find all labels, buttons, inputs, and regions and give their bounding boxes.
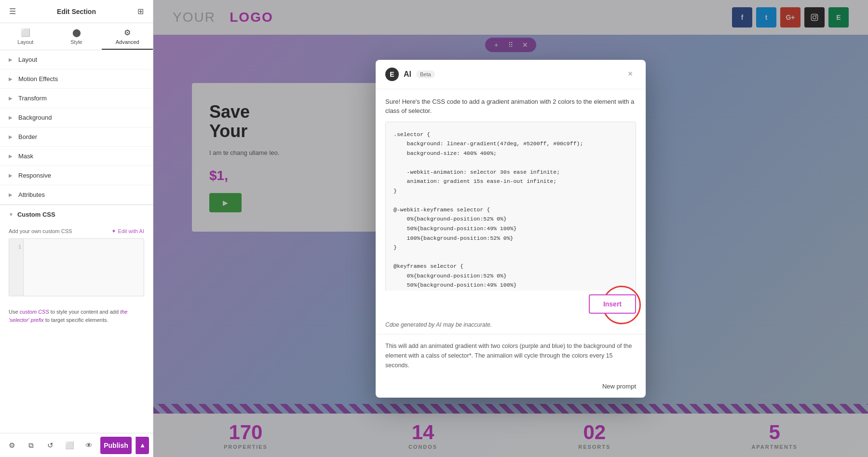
code-block: .selector { background: linear-gradient(… bbox=[385, 122, 636, 291]
bottom-note-start: Use bbox=[9, 309, 20, 315]
menu-item-attributes-label: Attributes bbox=[18, 191, 45, 198]
edit-with-ai-button[interactable]: ✦ Edit with AI bbox=[111, 228, 144, 235]
menu-item-attributes[interactable]: ▶ Attributes bbox=[0, 185, 153, 205]
menu-item-layout-label: Layout bbox=[18, 56, 37, 63]
arrow-icon-4: ▶ bbox=[9, 115, 13, 120]
menu-item-responsive[interactable]: ▶ Responsive bbox=[0, 166, 153, 185]
arrow-icon-9: ▼ bbox=[9, 212, 14, 217]
add-icon-btn[interactable]: ⬜ bbox=[62, 438, 77, 453]
history-icon-btn[interactable]: ↺ bbox=[42, 438, 58, 453]
tab-advanced-label: Advanced bbox=[116, 39, 139, 45]
modal-logo-letter: E bbox=[390, 70, 394, 78]
menu-item-transform-label: Transform bbox=[18, 95, 47, 102]
modal-close-button[interactable]: × bbox=[624, 69, 636, 80]
insert-button[interactable]: Insert bbox=[589, 294, 636, 314]
new-prompt-button[interactable]: New prompt bbox=[602, 383, 636, 390]
settings-icon-btn[interactable]: ⚙ bbox=[4, 438, 19, 453]
menu-item-motion-label: Motion Effects bbox=[18, 75, 58, 83]
custom-css-body: Add your own custom CSS ✦ Edit with AI 1 bbox=[0, 224, 153, 302]
left-panel: ☰ Edit Section ⊞ ⬜ Layout ⬤ Style ⚙ Adva… bbox=[0, 0, 153, 457]
custom-css-section: ▼ Custom CSS Add your own custom CSS ✦ E… bbox=[0, 205, 153, 330]
line-number-1: 1 bbox=[11, 243, 21, 251]
arrow-icon-8: ▶ bbox=[9, 192, 13, 197]
arrow-icon-7: ▶ bbox=[9, 173, 13, 178]
modal-header: E AI Beta × bbox=[376, 60, 646, 89]
tab-layout-label: Layout bbox=[17, 39, 33, 45]
arrow-icon-5: ▶ bbox=[9, 134, 13, 139]
css-editor: 1 bbox=[9, 238, 144, 296]
publish-button[interactable]: Publish bbox=[100, 437, 132, 454]
modal-description-text: This will add an animated gradient with … bbox=[376, 334, 646, 378]
tab-style-label: Style bbox=[70, 39, 82, 45]
panel-title: Edit Section bbox=[57, 8, 96, 15]
publish-dropdown-button[interactable]: ▲ bbox=[136, 437, 149, 454]
menu-item-motion-effects[interactable]: ▶ Motion Effects bbox=[0, 69, 153, 89]
ai-modal: E AI Beta × Sure! Here's the CSS code to… bbox=[376, 60, 646, 398]
tab-advanced[interactable]: ⚙ Advanced bbox=[102, 23, 153, 50]
modal-logo: E bbox=[385, 68, 399, 81]
arrow-icon-3: ▶ bbox=[9, 96, 13, 101]
bottom-note-end: to target specific elements. bbox=[44, 317, 108, 323]
arrow-icon-2: ▶ bbox=[9, 76, 13, 82]
bottom-bar: ⚙ ⧉ ↺ ⬜ 👁 Publish ▲ bbox=[0, 433, 153, 457]
css-input[interactable] bbox=[24, 239, 144, 296]
site-preview: YOUR LOGO f t G+ E + ⠿ ✕ bbox=[153, 0, 868, 457]
menu-item-border-label: Border bbox=[18, 133, 37, 140]
arrow-icon: ▶ bbox=[9, 57, 13, 62]
modal-title: AI bbox=[404, 70, 411, 79]
custom-css-header[interactable]: ▼ Custom CSS bbox=[0, 205, 153, 224]
modal-overlay[interactable]: E AI Beta × Sure! Here's the CSS code to… bbox=[153, 0, 868, 457]
eye-icon-btn[interactable]: 👁 bbox=[81, 438, 96, 453]
ai-star-icon: ✦ bbox=[111, 228, 116, 235]
layout-icon: ⬜ bbox=[21, 28, 30, 37]
add-own-css-label: Add your own custom CSS bbox=[9, 228, 72, 234]
panel-menu: ▶ Layout ▶ Motion Effects ▶ Transform ▶ … bbox=[0, 50, 153, 433]
menu-item-responsive-label: Responsive bbox=[18, 172, 51, 179]
menu-item-background[interactable]: ▶ Background bbox=[0, 108, 153, 127]
panel-header: ☰ Edit Section ⊞ bbox=[0, 0, 153, 23]
menu-item-mask[interactable]: ▶ Mask bbox=[0, 147, 153, 166]
panel-tabs: ⬜ Layout ⬤ Style ⚙ Advanced bbox=[0, 23, 153, 50]
bottom-note: Use custom CSS to style your content and… bbox=[0, 302, 153, 330]
menu-item-mask-label: Mask bbox=[18, 152, 33, 160]
menu-item-background-label: Background bbox=[18, 114, 52, 121]
custom-css-title: Custom CSS bbox=[17, 211, 55, 218]
custom-css-link[interactable]: custom CSS bbox=[20, 309, 49, 315]
menu-item-layout[interactable]: ▶ Layout bbox=[0, 50, 153, 69]
grid-icon[interactable]: ⊞ bbox=[136, 7, 145, 16]
style-icon: ⬤ bbox=[72, 28, 81, 37]
line-numbers: 1 bbox=[9, 239, 24, 296]
tab-layout[interactable]: ⬜ Layout bbox=[0, 23, 51, 50]
main-content: YOUR LOGO f t G+ E + ⠿ ✕ bbox=[153, 0, 868, 457]
modal-intro-text: Sure! Here's the CSS code to add a gradi… bbox=[385, 97, 636, 116]
custom-css-label-row: Add your own custom CSS ✦ Edit with AI bbox=[9, 228, 144, 235]
menu-item-transform[interactable]: ▶ Transform bbox=[0, 89, 153, 108]
advanced-icon: ⚙ bbox=[124, 28, 131, 37]
modal-badge: Beta bbox=[416, 70, 435, 78]
modal-warning-text: Cdoe generated by AI may be inaccurate. bbox=[376, 319, 646, 334]
menu-icon[interactable]: ☰ bbox=[8, 7, 17, 16]
modal-footer-actions: Insert bbox=[376, 291, 646, 319]
modal-new-prompt-area: New prompt bbox=[376, 378, 646, 398]
tab-style[interactable]: ⬤ Style bbox=[51, 23, 102, 50]
arrow-icon-6: ▶ bbox=[9, 153, 13, 159]
menu-item-border[interactable]: ▶ Border bbox=[0, 127, 153, 147]
edit-with-ai-label: Edit with AI bbox=[118, 228, 144, 234]
layers-icon-btn[interactable]: ⧉ bbox=[23, 438, 39, 453]
bottom-note-mid: to style your content and add bbox=[49, 309, 120, 315]
modal-body: Sure! Here's the CSS code to add a gradi… bbox=[376, 89, 646, 291]
